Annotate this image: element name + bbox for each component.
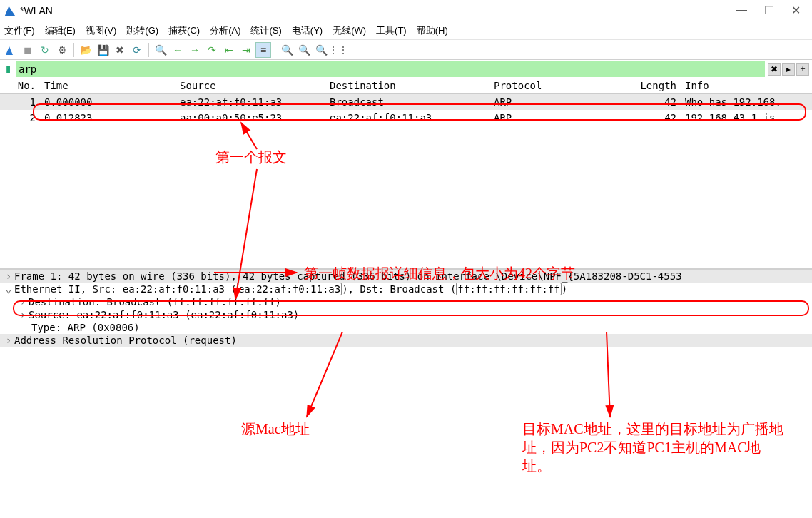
- detail-frame[interactable]: ›Frame 1: 42 bytes on wire (336 bits), 4…: [0, 270, 812, 283]
- col-protocol[interactable]: Protocol: [489, 78, 618, 93]
- zoom-in-icon[interactable]: 🔍: [279, 42, 295, 58]
- window-title: *WLAN: [20, 5, 736, 16]
- col-info[interactable]: Info: [681, 78, 812, 93]
- col-time[interactable]: Time: [40, 78, 176, 93]
- collapse-icon[interactable]: ⌄: [3, 283, 14, 295]
- close-file-icon[interactable]: ✖: [112, 42, 128, 58]
- annotation-text-dst-mac: 目标MAC地址，这里的目标地址为广播地址，因为PC2不知道PC1主机的MAC地址…: [522, 420, 786, 475]
- resize-columns-icon[interactable]: ⋮⋮: [330, 42, 346, 58]
- packet-details[interactable]: ›Frame 1: 42 bytes on wire (336 bits), 4…: [0, 270, 812, 347]
- menu-help[interactable]: 帮助(H): [417, 24, 448, 37]
- save-file-icon[interactable]: 💾: [95, 42, 111, 58]
- toolbar: ◼ ↻ ⚙ 📂 💾 ✖ ⟳ 🔍 ← → ↷ ⇤ ⇥ ≡ 🔍 🔍 🔍 ⋮⋮: [0, 40, 812, 60]
- go-last-icon[interactable]: ⇥: [238, 42, 254, 58]
- stop-capture-icon[interactable]: ◼: [20, 42, 36, 58]
- detail-source[interactable]: ›Source: ea:22:af:f0:11:a3 (ea:22:af:f0:…: [0, 308, 812, 321]
- menu-file[interactable]: 文件(F): [4, 24, 35, 37]
- app-icon: [4, 5, 16, 16]
- col-destination[interactable]: Destination: [325, 78, 489, 93]
- detail-type[interactable]: Type: ARP (0x0806): [0, 321, 812, 334]
- find-icon[interactable]: 🔍: [153, 42, 168, 58]
- menu-telephony[interactable]: 电话(Y): [292, 24, 323, 37]
- titlebar: *WLAN — ☐ ✕: [0, 0, 812, 21]
- reload-icon[interactable]: ⟳: [129, 42, 145, 58]
- expand-icon[interactable]: ›: [17, 309, 29, 320]
- menu-tools[interactable]: 工具(T): [376, 24, 407, 37]
- menu-stats[interactable]: 统计(S): [250, 24, 281, 37]
- minimize-button[interactable]: —: [736, 4, 747, 17]
- detail-ethernet[interactable]: ⌄Ethernet II, Src: ea:22:af:f0:11:a3 (ea…: [0, 283, 812, 295]
- src-mac-highlight: ea:22:af:f0:11:a3: [237, 283, 342, 295]
- filter-bookmark-icon[interactable]: ▮: [0, 64, 16, 74]
- menu-capture[interactable]: 捕获(C): [168, 24, 200, 37]
- menu-go[interactable]: 跳转(G): [126, 24, 158, 37]
- go-first-icon[interactable]: ⇤: [221, 42, 237, 58]
- filter-clear-icon[interactable]: ✖: [768, 63, 781, 76]
- col-no[interactable]: No.: [0, 78, 40, 93]
- dst-mac-highlight: ff:ff:ff:ff:ff:ff: [456, 283, 561, 295]
- open-file-icon[interactable]: 📂: [78, 42, 93, 58]
- packet-row[interactable]: 1 0.000000 ea:22:af:f0:11:a3 Broadcast A…: [0, 94, 812, 110]
- restart-capture-icon[interactable]: ↻: [37, 42, 53, 58]
- detail-destination[interactable]: ›Destination: Broadcast (ff:ff:ff:ff:ff:…: [0, 295, 812, 308]
- packet-list[interactable]: 1 0.000000 ea:22:af:f0:11:a3 Broadcast A…: [0, 94, 812, 126]
- filter-bar: ▮ ✖ ▸ ＋: [0, 60, 812, 78]
- col-length[interactable]: Length: [618, 78, 681, 93]
- start-capture-icon[interactable]: [3, 42, 19, 58]
- detail-arp[interactable]: ›Address Resolution Protocol (request): [0, 334, 812, 347]
- maximize-button[interactable]: ☐: [764, 4, 774, 17]
- auto-scroll-icon[interactable]: ≡: [255, 42, 271, 58]
- go-back-icon[interactable]: ←: [170, 42, 186, 58]
- menu-edit[interactable]: 编辑(E): [45, 24, 76, 37]
- zoom-out-icon[interactable]: 🔍: [296, 42, 312, 58]
- packet-list-empty: [0, 126, 812, 268]
- filter-apply-icon[interactable]: ▸: [782, 63, 795, 76]
- packet-list-header: No. Time Source Destination Protocol Len…: [0, 78, 812, 94]
- expand-icon[interactable]: ›: [3, 270, 14, 282]
- filter-input[interactable]: [16, 61, 765, 77]
- expand-icon[interactable]: ›: [3, 335, 14, 346]
- annotation-text-src-mac: 源Mac地址: [241, 420, 310, 438]
- go-forward-icon[interactable]: →: [187, 42, 203, 58]
- capture-options-icon[interactable]: ⚙: [54, 42, 70, 58]
- menubar: 文件(F) 编辑(E) 视图(V) 跳转(G) 捕获(C) 分析(A) 统计(S…: [0, 21, 812, 40]
- expand-icon[interactable]: ›: [17, 296, 29, 308]
- zoom-reset-icon[interactable]: 🔍: [313, 42, 329, 58]
- packet-row[interactable]: 2 0.012823 aa:00:a0:50:e5:23 ea:22:af:f0…: [0, 110, 812, 126]
- menu-wireless[interactable]: 无线(W): [333, 24, 366, 37]
- filter-add-icon[interactable]: ＋: [796, 63, 809, 76]
- go-to-icon[interactable]: ↷: [204, 42, 220, 58]
- close-button[interactable]: ✕: [791, 4, 801, 17]
- menu-analyze[interactable]: 分析(A): [210, 24, 240, 37]
- col-source[interactable]: Source: [176, 78, 325, 93]
- menu-view[interactable]: 视图(V): [86, 24, 116, 37]
